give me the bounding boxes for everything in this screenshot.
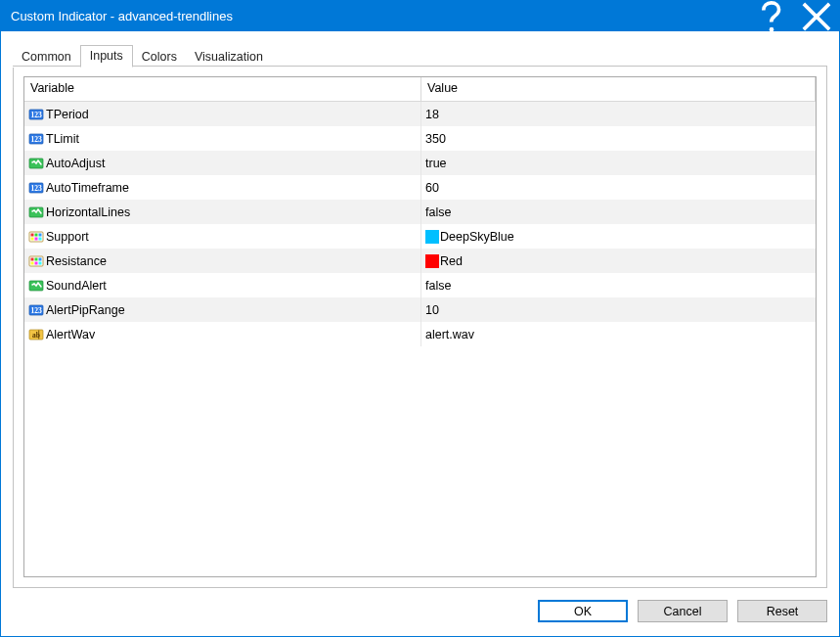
- table-row[interactable]: TLimit350: [24, 126, 816, 151]
- value-cell[interactable]: 18: [421, 102, 816, 126]
- value-text: DeepSkyBlue: [440, 230, 514, 244]
- value-text: true: [425, 157, 447, 170]
- variable-name: TPeriod: [46, 108, 89, 121]
- table-row[interactable]: SupportDeepSkyBlue: [24, 224, 816, 249]
- variable-name: Support: [46, 230, 89, 244]
- variable-name: TLimit: [46, 132, 79, 146]
- color-swatch: [425, 254, 439, 268]
- tab-inputs[interactable]: Inputs: [80, 45, 133, 68]
- value-text: 350: [425, 132, 446, 146]
- value-cell[interactable]: false: [421, 200, 816, 224]
- tab-strip: Common Inputs Colors Visualization: [13, 43, 827, 67]
- integer-type-icon: [28, 107, 44, 122]
- variable-name: HorizontalLines: [46, 205, 130, 219]
- integer-type-icon: [28, 131, 44, 147]
- table-row[interactable]: TPeriod18: [24, 102, 816, 126]
- table-row[interactable]: AlertPipRange10: [24, 297, 816, 322]
- value-cell[interactable]: 350: [421, 126, 816, 151]
- table-row[interactable]: ResistanceRed: [24, 249, 816, 273]
- title-bar: Custom Indicator - advanced-trendlines: [1, 1, 839, 31]
- help-button[interactable]: [749, 1, 794, 31]
- variable-cell[interactable]: SoundAlert: [24, 273, 421, 297]
- bool-type-icon: [28, 156, 44, 171]
- value-text: 18: [425, 108, 439, 121]
- tab-common[interactable]: Common: [13, 47, 80, 68]
- variable-name: AutoTimeframe: [46, 181, 129, 195]
- header-variable[interactable]: Variable: [24, 77, 421, 101]
- tab-colors[interactable]: Colors: [133, 47, 186, 68]
- value-cell[interactable]: Red: [421, 249, 816, 273]
- variable-cell[interactable]: AutoTimeframe: [24, 175, 421, 200]
- color-type-icon: [28, 253, 44, 269]
- tab-visualization[interactable]: Visualization: [186, 47, 272, 68]
- variable-name: AlertPipRange: [46, 303, 125, 317]
- integer-type-icon: [28, 302, 44, 318]
- close-button[interactable]: [794, 1, 839, 31]
- window-title: Custom Indicator - advanced-trendlines: [11, 9, 749, 23]
- value-cell[interactable]: false: [421, 273, 816, 297]
- color-type-icon: [28, 229, 44, 245]
- string-type-icon: [28, 327, 44, 342]
- dialog-window: Custom Indicator - advanced-trendlines C…: [0, 0, 840, 637]
- value-cell[interactable]: 60: [421, 175, 816, 200]
- bool-type-icon: [28, 205, 44, 220]
- variable-cell[interactable]: AlertWav: [24, 322, 421, 346]
- dialog-footer: OK Cancel Reset: [13, 588, 827, 624]
- ok-button[interactable]: OK: [538, 600, 628, 622]
- variable-cell[interactable]: AlertPipRange: [24, 297, 421, 322]
- reset-button[interactable]: Reset: [737, 600, 827, 622]
- variable-cell[interactable]: AutoAdjust: [24, 151, 421, 175]
- variable-cell[interactable]: Support: [24, 224, 421, 249]
- value-cell[interactable]: true: [421, 151, 816, 175]
- variable-cell[interactable]: Resistance: [24, 249, 421, 273]
- tab-baseline: [13, 66, 827, 67]
- variable-name: SoundAlert: [46, 279, 107, 293]
- value-text: alert.wav: [425, 328, 474, 341]
- variable-cell[interactable]: HorizontalLines: [24, 200, 421, 224]
- integer-type-icon: [28, 180, 44, 196]
- variable-name: AutoAdjust: [46, 157, 105, 170]
- variable-cell[interactable]: TLimit: [24, 126, 421, 151]
- table-row[interactable]: AlertWavalert.wav: [24, 322, 816, 346]
- value-text: 10: [425, 303, 439, 317]
- dialog-body: Common Inputs Colors Visualization Varia…: [1, 31, 839, 636]
- table-row[interactable]: SoundAlertfalse: [24, 273, 816, 297]
- grid-rows: TPeriod18TLimit350AutoAdjusttrueAutoTime…: [24, 102, 816, 576]
- table-row[interactable]: HorizontalLinesfalse: [24, 200, 816, 224]
- value-text: false: [425, 205, 451, 219]
- variable-name: AlertWav: [46, 328, 95, 341]
- variable-name: Resistance: [46, 254, 107, 268]
- color-swatch: [425, 230, 439, 244]
- tab-pane-inputs: Variable Value TPeriod18TLimit350AutoAdj…: [13, 67, 827, 588]
- header-value[interactable]: Value: [421, 77, 816, 101]
- value-text: Red: [440, 254, 463, 268]
- value-text: false: [425, 279, 451, 293]
- value-cell[interactable]: alert.wav: [421, 322, 816, 346]
- cancel-button[interactable]: Cancel: [638, 600, 728, 622]
- variable-cell[interactable]: TPeriod: [24, 102, 421, 126]
- value-cell[interactable]: DeepSkyBlue: [421, 224, 816, 249]
- inputs-grid[interactable]: Variable Value TPeriod18TLimit350AutoAdj…: [23, 76, 817, 577]
- value-cell[interactable]: 10: [421, 297, 816, 322]
- table-row[interactable]: AutoTimeframe60: [24, 175, 816, 200]
- grid-header: Variable Value: [24, 77, 816, 102]
- value-text: 60: [425, 181, 439, 195]
- bool-type-icon: [28, 278, 44, 294]
- table-row[interactable]: AutoAdjusttrue: [24, 151, 816, 175]
